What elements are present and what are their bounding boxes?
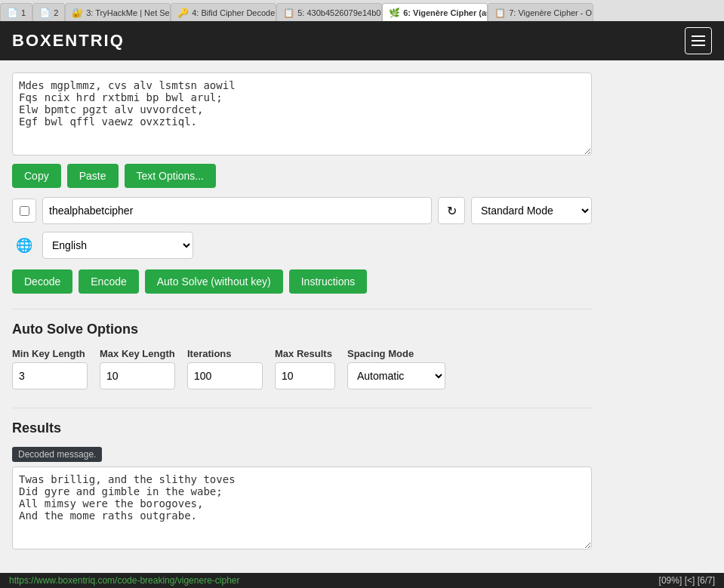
max-results-input[interactable]	[275, 362, 335, 389]
min-key-group: Min Key Length	[12, 348, 88, 389]
tab-7[interactable]: 📋 7: Vigenère Cipher - O...	[488, 3, 593, 21]
copy-button[interactable]: Copy	[12, 164, 61, 188]
paste-button[interactable]: Paste	[67, 164, 119, 188]
decoded-badge: Decoded message.	[12, 447, 102, 462]
instructions-button[interactable]: Instructions	[289, 269, 368, 294]
tab-6[interactable]: 🌿 6: Vigenère Cipher (au...	[382, 3, 488, 21]
iterations-group: Iterations	[187, 348, 263, 389]
spacing-mode-label: Spacing Mode	[347, 348, 445, 359]
key-checkbox-wrap	[12, 199, 36, 223]
max-key-input[interactable]	[100, 362, 175, 389]
status-info: [09%] [<] [6/7]	[659, 575, 715, 576]
text-action-buttons: Copy Paste Text Options...	[12, 164, 592, 188]
brand-logo: BOXENTRIQ	[12, 31, 125, 51]
tab-3-icon: 🔐	[72, 8, 83, 18]
navbar-toggle-button[interactable]	[685, 27, 712, 54]
action-buttons-row: Decode Encode Auto Solve (without key) I…	[12, 269, 592, 294]
key-input[interactable]	[42, 197, 432, 224]
iterations-input[interactable]	[187, 362, 263, 389]
auto-solve-section: Auto Solve Options Min Key Length Max Ke…	[12, 322, 592, 389]
globe-icon: 🌐	[12, 233, 36, 257]
tab-2[interactable]: 📄 2	[32, 3, 65, 21]
tab-5[interactable]: 📋 5: 430b4526079e14b08...	[276, 3, 382, 21]
decode-button[interactable]: Decode	[12, 269, 72, 294]
tab-3[interactable]: 🔐 3: TryHackMe | Net Se...	[65, 3, 171, 21]
max-results-group: Max Results	[275, 348, 335, 389]
options-grid: Min Key Length Max Key Length Iterations…	[12, 348, 592, 389]
tab-4[interactable]: 🔑 4: Bifid Cipher Decode...	[171, 3, 276, 21]
navbar: BOXENTRIQ	[0, 21, 724, 60]
min-key-input[interactable]	[12, 362, 88, 389]
refresh-button[interactable]: ↻	[438, 197, 465, 224]
tab-7-icon: 📋	[494, 8, 506, 18]
results-section: Results Decoded message. Twas brillig, a…	[12, 420, 592, 552]
tab-1-icon: 📄	[7, 8, 18, 18]
status-bar: https://www.boxentriq.com/code-breaking/…	[0, 573, 724, 576]
results-title: Results	[12, 420, 592, 436]
tab-1[interactable]: 📄 1	[0, 3, 32, 21]
hamburger-line-3	[692, 45, 705, 46]
cipher-input[interactable]: Mdes mgplmmz, cvs alv lsmtsn aowil Fqs n…	[12, 72, 592, 155]
auto-solve-title: Auto Solve Options	[12, 322, 592, 337]
main-content: Mdes mgplmmz, cvs alv lsmtsn aowil Fqs n…	[0, 60, 604, 576]
hamburger-line-2	[692, 40, 705, 42]
text-options-button[interactable]: Text Options...	[125, 164, 216, 188]
language-select[interactable]: English French German Spanish Italian	[42, 232, 193, 259]
max-key-label: Max Key Length	[100, 348, 175, 359]
browser-tabs: 📄 1 📄 2 🔐 3: TryHackMe | Net Se... 🔑 4: …	[0, 0, 724, 21]
tab-5-icon: 📋	[283, 8, 294, 18]
encode-button[interactable]: Encode	[79, 269, 138, 294]
refresh-icon: ↻	[447, 204, 457, 218]
status-url: https://www.boxentriq.com/code-breaking/…	[9, 575, 239, 576]
auto-solve-button[interactable]: Auto Solve (without key)	[145, 269, 283, 294]
results-divider	[12, 408, 592, 408]
tab-2-icon: 📄	[39, 8, 51, 18]
spacing-mode-select[interactable]: Automatic Preserve Remove	[347, 362, 445, 389]
mode-select[interactable]: Standard Mode Autokey Mode Beaufort Ciph…	[471, 197, 592, 224]
language-row: 🌐 English French German Spanish Italian	[12, 232, 592, 259]
tab-6-icon: 🌿	[389, 8, 400, 18]
spacing-mode-group: Spacing Mode Automatic Preserve Remove	[347, 348, 445, 389]
key-checkbox[interactable]	[20, 206, 29, 216]
max-results-label: Max Results	[275, 348, 335, 359]
key-mode-row: ↻ Standard Mode Autokey Mode Beaufort Ci…	[12, 197, 592, 224]
hamburger-line-1	[692, 35, 705, 37]
iterations-label: Iterations	[187, 348, 263, 359]
max-key-group: Max Key Length	[100, 348, 175, 389]
tab-4-icon: 🔑	[177, 8, 189, 18]
min-key-label: Min Key Length	[12, 348, 88, 359]
results-output[interactable]: Twas brillig, and the slithy toves Did g…	[12, 466, 592, 550]
section-divider	[12, 309, 592, 309]
